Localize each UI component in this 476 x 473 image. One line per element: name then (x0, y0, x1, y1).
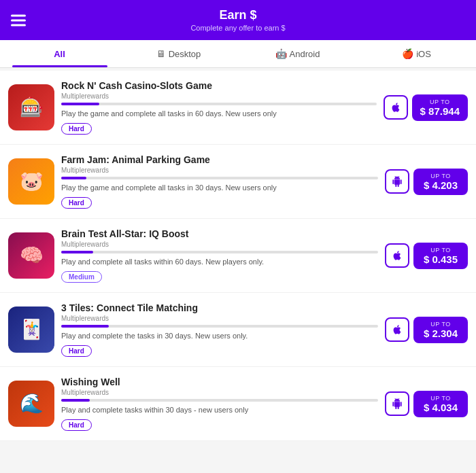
offer-description: Play and complete all tasks within 60 da… (61, 258, 378, 266)
offer-actions: UP TO $ 0.435 (385, 243, 468, 269)
offer-title: Farm Jam: Animal Parking Game (61, 154, 378, 165)
tab-all[interactable]: All (0, 40, 119, 67)
tab-bar: All 🖥 Desktop 🤖 Android 🍎 iOS (0, 40, 476, 68)
tab-desktop-label: Desktop (169, 49, 201, 59)
offer-actions: UP TO $ 4.203 (385, 169, 468, 195)
offer-content: Rock N' Cash Casino-Slots Game Multipler… (61, 80, 377, 135)
offer-title: Wishing Well (61, 376, 378, 387)
offer-image: 🧠 (8, 232, 54, 279)
header-text-block: Earn $ Complete any offer to earn $ (190, 8, 285, 32)
earn-amount: $ 0.435 (422, 253, 460, 265)
offer-image: 🌊 (8, 381, 54, 427)
offer-image: 🐷 (8, 158, 54, 205)
menu-icon-line2 (11, 19, 26, 21)
earn-button[interactable]: UP TO $ 4.203 (413, 169, 468, 195)
tab-android[interactable]: 🤖 Android (238, 40, 357, 67)
offer-title: 3 Tiles: Connect Tile Matching (61, 302, 378, 313)
offer-actions: UP TO $ 2.304 (385, 317, 468, 343)
menu-button[interactable] (11, 14, 26, 26)
offer-progress-fill (61, 251, 93, 253)
offer-content: Farm Jam: Animal Parking Game Multiplere… (61, 154, 378, 209)
upto-label: UP TO (420, 99, 460, 105)
offer-description: Play the game and complete all tasks in … (61, 183, 378, 192)
offer-rewards: Multiplerewards (61, 167, 378, 174)
tab-ios-label: iOS (416, 49, 431, 59)
earn-button[interactable]: UP TO $ 4.034 (413, 391, 468, 417)
offer-actions: UP TO $ 4.034 (385, 391, 468, 417)
offer-progress-fill (61, 325, 109, 328)
offer-progress-bar (61, 325, 378, 328)
platform-button[interactable] (385, 317, 409, 342)
offer-title: Rock N' Cash Casino-Slots Game (61, 80, 377, 91)
offer-difficulty-badge: Hard (61, 345, 92, 357)
menu-icon-line3 (11, 24, 26, 26)
offer-difficulty-badge: Medium (61, 271, 102, 283)
offer-description: Play and complete the tasks in 30 days. … (61, 332, 378, 340)
platform-button[interactable] (385, 391, 409, 416)
android-icon: 🤖 (275, 48, 287, 59)
offer-rewards: Multiplerewards (61, 315, 378, 322)
offer-title: Brain Test All-Star: IQ Boost (61, 228, 378, 239)
offer-progress-fill (61, 103, 99, 105)
offer-image: 🎰 (8, 84, 54, 130)
offer-difficulty-badge: Hard (61, 197, 92, 209)
menu-icon-line1 (11, 14, 26, 16)
offer-rewards: Multiplerewards (61, 389, 378, 396)
list-item: 🧠 Brain Test All-Star: IQ Boost Multiple… (0, 219, 476, 293)
offer-content: Wishing Well Multiplerewards Play and co… (61, 376, 378, 431)
offer-description: Play the game and complete all tasks in … (61, 109, 377, 118)
earn-amount: $ 87.944 (420, 105, 460, 117)
tab-all-label: All (54, 49, 65, 59)
upto-label: UP TO (422, 247, 460, 253)
list-item: 🎰 Rock N' Cash Casino-Slots Game Multipl… (0, 71, 476, 145)
offer-rewards: Multiplerewards (61, 92, 377, 100)
offer-content: Brain Test All-Star: IQ Boost Multiplere… (61, 228, 378, 283)
tab-android-label: Android (290, 49, 320, 59)
upto-label: UP TO (422, 321, 460, 328)
upto-label: UP TO (422, 173, 460, 179)
offer-rewards: Multiplerewards (61, 241, 378, 248)
offer-progress-fill (61, 177, 86, 179)
upto-label: UP TO (422, 395, 460, 402)
platform-button[interactable] (385, 169, 409, 194)
header-subtitle: Complete any offer to earn $ (190, 24, 285, 32)
offer-progress-bar (61, 177, 378, 179)
earn-button[interactable]: UP TO $ 2.304 (413, 317, 468, 343)
apple-icon: 🍎 (402, 48, 413, 59)
offer-actions: UP TO $ 87.944 (384, 94, 468, 121)
offer-difficulty-badge: Hard (61, 419, 92, 431)
tab-desktop[interactable]: 🖥 Desktop (119, 40, 238, 67)
offer-progress-bar (61, 251, 378, 253)
earn-button[interactable]: UP TO $ 0.435 (413, 243, 468, 269)
earn-amount: $ 2.304 (422, 328, 460, 339)
tab-ios[interactable]: 🍎 iOS (357, 40, 476, 67)
earn-amount: $ 4.203 (422, 179, 460, 191)
platform-button[interactable] (384, 95, 408, 120)
offer-progress-fill (61, 399, 90, 402)
header-title: Earn $ (190, 8, 285, 22)
app-header: Earn $ Complete any offer to earn $ (0, 0, 476, 40)
offer-list: 🎰 Rock N' Cash Casino-Slots Game Multipl… (0, 71, 476, 441)
earn-amount: $ 4.034 (422, 402, 460, 413)
offer-progress-bar (61, 399, 378, 402)
offer-description: Play and complete tasks within 30 days -… (61, 406, 378, 414)
offer-difficulty-badge: Hard (61, 123, 92, 135)
offer-progress-bar (61, 103, 377, 105)
desktop-icon: 🖥 (156, 48, 166, 59)
list-item: 🃏 3 Tiles: Connect Tile Matching Multipl… (0, 293, 476, 367)
offer-content: 3 Tiles: Connect Tile Matching Multipler… (61, 302, 378, 357)
earn-button[interactable]: UP TO $ 87.944 (412, 94, 468, 121)
list-item: 🐷 Farm Jam: Animal Parking Game Multiple… (0, 145, 476, 219)
offer-image: 🃏 (8, 306, 54, 353)
platform-button[interactable] (385, 243, 409, 268)
list-item: 🌊 Wishing Well Multiplerewards Play and … (0, 367, 476, 441)
